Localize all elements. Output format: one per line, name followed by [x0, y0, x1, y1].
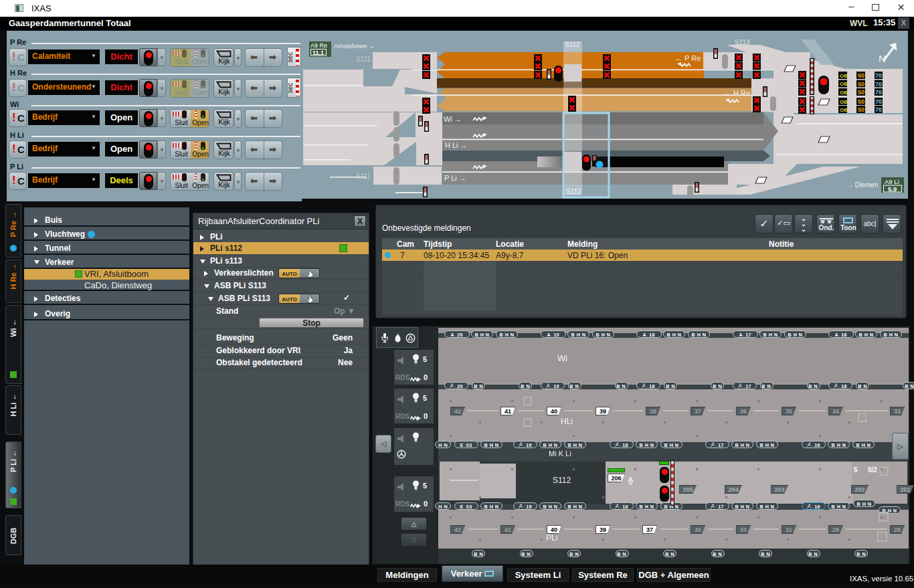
svg-text:→ Diemen: → Diemen — [846, 181, 878, 189]
svg-text:OB: OB — [840, 90, 848, 96]
svg-text:Wi →: Wi → — [444, 115, 462, 123]
svg-text:70: 70 — [875, 89, 882, 96]
svg-text:P Li →: P Li → — [444, 174, 466, 182]
svg-text:70: 70 — [875, 81, 882, 88]
svg-text:S113: S113 — [735, 39, 750, 46]
svg-text:OB: OB — [840, 99, 848, 105]
svg-text:S111: S111 — [356, 56, 371, 63]
svg-text:OB: OB — [840, 73, 848, 79]
svg-text:A9 Li: A9 Li — [885, 178, 899, 185]
svg-text:11,1: 11,1 — [312, 50, 324, 56]
svg-text:← H Re: ← H Re — [724, 89, 750, 97]
svg-text:S112: S112 — [565, 41, 580, 48]
svg-text:70: 70 — [875, 72, 882, 79]
svg-text:50: 50 — [858, 72, 864, 79]
svg-text:S111: S111 — [356, 173, 371, 180]
svg-text:Amstelveen ←: Amstelveen ← — [334, 42, 375, 50]
svg-text:OB: OB — [840, 107, 848, 113]
svg-text:N: N — [879, 53, 886, 64]
svg-text:S113: S113 — [740, 187, 755, 195]
svg-text:H Li →: H Li → — [445, 141, 468, 149]
svg-text:70: 70 — [875, 98, 882, 105]
svg-text:A9 Re: A9 Re — [310, 42, 327, 49]
svg-text:50: 50 — [858, 106, 864, 113]
svg-text:70: 70 — [875, 106, 882, 113]
svg-text:50: 50 — [858, 89, 864, 96]
svg-text:5,9: 5,9 — [888, 185, 897, 193]
svg-text:OB: OB — [840, 81, 848, 87]
svg-text:50: 50 — [858, 98, 864, 105]
svg-text:50: 50 — [858, 81, 864, 88]
svg-text:← P Re: ← P Re — [675, 54, 701, 62]
svg-text:S112: S112 — [566, 188, 581, 195]
